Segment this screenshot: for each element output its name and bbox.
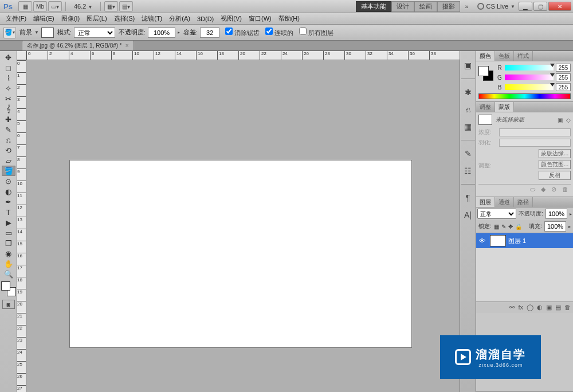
lock-pixels-icon[interactable]: ✎ — [501, 224, 506, 230]
mask-edge-button[interactable]: 蒙版边缘... — [539, 149, 571, 158]
b-value[interactable]: 255 — [556, 83, 571, 91]
menu-file[interactable]: 文件(F) — [2, 14, 30, 23]
lock-transparent-icon[interactable]: ▦ — [494, 224, 499, 230]
workspace-photography[interactable]: 摄影 — [437, 1, 460, 12]
marquee-tool[interactable]: ◻ — [2, 62, 15, 73]
layer-mask-icon[interactable]: ◯ — [527, 304, 533, 311]
ruler-origin[interactable] — [17, 51, 26, 60]
arrange-docs-button[interactable]: ▦▾ — [104, 1, 118, 11]
pixel-mask-icon[interactable]: ▣ — [558, 117, 563, 123]
layer-thumbnail[interactable] — [490, 235, 506, 246]
layer-visibility-icon[interactable]: 👁 — [476, 237, 488, 244]
hand-tool[interactable]: ✋ — [2, 258, 15, 269]
zoom-tool[interactable]: 🔍 — [2, 269, 15, 279]
all-layers-checkbox[interactable]: 所有图层 — [299, 28, 333, 37]
feather-slider[interactable] — [499, 139, 571, 147]
delete-layer-icon[interactable]: 🗑 — [564, 304, 571, 311]
minibridge-button[interactable]: Mb — [33, 1, 47, 11]
pen-tool[interactable]: ✒ — [2, 197, 15, 207]
layers-list[interactable]: 👁 图层 1 — [476, 233, 573, 301]
pattern-swatch[interactable] — [41, 28, 54, 38]
stamp-tool[interactable]: ⎌ — [2, 135, 15, 145]
opacity-input[interactable] — [148, 28, 175, 38]
apply-mask-icon[interactable]: ◆ — [541, 186, 545, 193]
adjustments-tab[interactable]: 调整 — [476, 102, 495, 112]
menu-window[interactable]: 窗口(W) — [245, 14, 275, 23]
healing-tool[interactable]: ✚ — [2, 114, 15, 124]
blend-mode-select[interactable]: 正常 — [74, 28, 115, 38]
layer-name[interactable]: 图层 1 — [508, 237, 526, 245]
disable-mask-icon[interactable]: ⊘ — [551, 186, 556, 193]
paint-bucket-icon[interactable]: 🪣▾ — [3, 27, 16, 38]
character-panel-icon[interactable]: A| — [462, 209, 474, 221]
menu-3d[interactable]: 3D(D) — [194, 15, 217, 22]
color-spectrum[interactable] — [478, 93, 571, 99]
menu-filter[interactable]: 滤镜(T) — [138, 14, 166, 23]
vector-mask-icon[interactable]: ◇ — [566, 117, 571, 123]
cslive-button[interactable]: CS Live ▼ — [477, 3, 515, 10]
paragraph-panel-icon[interactable]: ¶ — [462, 191, 474, 204]
3dcamera-tool[interactable]: ◉ — [2, 248, 15, 258]
menu-image[interactable]: 图像(I) — [58, 14, 83, 23]
menu-view[interactable]: 视图(V) — [217, 14, 245, 23]
workspace-more[interactable]: » — [460, 1, 474, 12]
path-select-tool[interactable]: ▶ — [2, 217, 15, 228]
bridge-button[interactable]: ▦ — [18, 1, 32, 11]
dodge-tool[interactable]: ◐ — [2, 186, 15, 197]
layer-fx-icon[interactable]: fx — [518, 304, 523, 311]
link-layers-icon[interactable]: ⚯ — [509, 304, 515, 311]
canvas[interactable] — [70, 160, 411, 347]
color-range-button[interactable]: 颜色范围... — [539, 160, 571, 169]
g-value[interactable]: 255 — [556, 73, 571, 81]
new-group-icon[interactable]: ▣ — [546, 304, 552, 311]
wand-tool[interactable]: ✧ — [2, 83, 15, 93]
panel-color-swatches[interactable] — [478, 66, 493, 81]
foreground-color[interactable] — [1, 281, 10, 291]
ruler-horizontal[interactable]: 02468101214161820222426283032343638 — [26, 51, 460, 60]
workspace-design[interactable]: 设计 — [391, 1, 414, 12]
color-swatches[interactable] — [1, 281, 16, 296]
delete-mask-icon[interactable]: 🗑 — [562, 186, 568, 193]
tolerance-input[interactable] — [200, 28, 219, 38]
adjustment-layer-icon[interactable]: ◐ — [537, 304, 543, 311]
ruler-vertical[interactable]: 0123456789101112131415161718192021222324… — [17, 60, 26, 392]
blur-tool[interactable]: ⊙ — [2, 176, 15, 186]
paint-bucket-tool[interactable]: 🪣 — [2, 166, 15, 176]
quick-mask-toggle[interactable]: ◙ — [2, 300, 15, 309]
eyedropper-tool[interactable]: 𝄞 — [2, 104, 15, 114]
menu-select[interactable]: 选择(S) — [111, 14, 139, 23]
move-tool[interactable]: ✥ — [2, 52, 15, 62]
density-slider[interactable] — [499, 128, 571, 136]
brushes-panel-icon[interactable]: ✱ — [462, 86, 474, 99]
mask-thumbnail[interactable] — [478, 115, 492, 125]
antialias-checkbox[interactable]: 消除锯齿 — [225, 28, 260, 37]
styles-tab[interactable]: 样式 — [514, 51, 533, 61]
r-value[interactable]: 255 — [556, 64, 571, 72]
zoom-level[interactable]: 46.2 ▼ — [69, 3, 97, 10]
workspace-painting[interactable]: 绘画 — [414, 1, 437, 12]
clone-panel-icon[interactable]: ⎌ — [462, 103, 474, 116]
shape-tool[interactable]: ▭ — [2, 228, 15, 238]
menu-help[interactable]: 帮助(H) — [275, 14, 303, 23]
r-slider[interactable] — [505, 65, 554, 70]
channels-tab[interactable]: 通道 — [495, 197, 514, 207]
eraser-tool[interactable]: ▱ — [2, 155, 15, 166]
history-panel-icon[interactable]: ▣ — [462, 59, 474, 72]
brush-panel-icon[interactable]: ☷ — [462, 164, 474, 177]
lock-all-icon[interactable]: 🔒 — [515, 224, 522, 230]
brush-tool[interactable]: ✎ — [2, 124, 15, 135]
workspace-essentials[interactable]: 基本功能 — [356, 1, 391, 12]
type-tool[interactable]: T — [2, 207, 15, 217]
document-tab[interactable]: 名作.jpg @ 46.2% (图层 1, RGB/8#) * × — [22, 40, 134, 50]
window-close[interactable]: ✕ — [548, 2, 571, 11]
layer-opacity-input[interactable] — [545, 209, 567, 219]
color-tab[interactable]: 颜色 — [476, 51, 495, 61]
close-tab-icon[interactable]: × — [125, 42, 129, 49]
layer-blend-select[interactable]: 正常 — [477, 209, 516, 219]
menu-layer[interactable]: 图层(L) — [83, 14, 110, 23]
crop-tool[interactable]: ✂ — [2, 93, 15, 104]
swatches-panel-icon[interactable]: ✎ — [462, 147, 474, 160]
presets-panel-icon[interactable]: ▦ — [462, 120, 474, 133]
lasso-tool[interactable]: ⌇ — [2, 73, 15, 83]
extras-button[interactable]: ▤▾ — [119, 1, 133, 11]
